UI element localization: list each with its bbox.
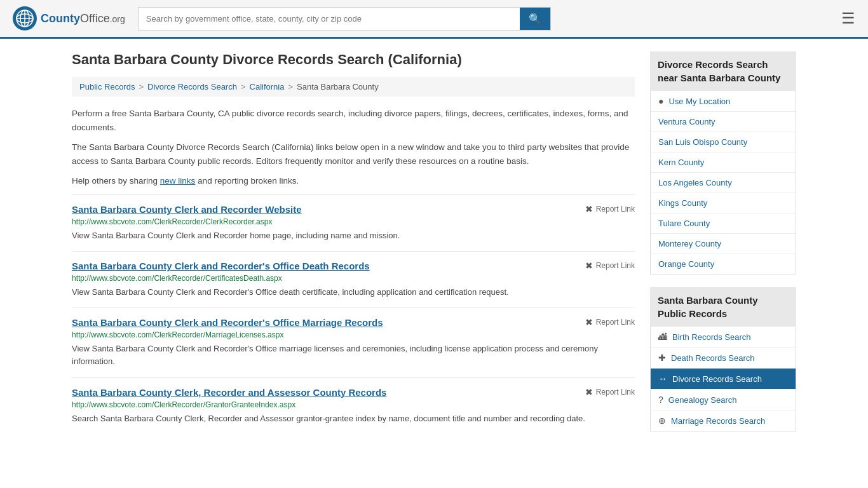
logo-icon [13, 6, 37, 30]
use-my-location-link[interactable]: Use My Location [668, 97, 730, 106]
genealogy-link[interactable]: Genealogy Search [668, 395, 737, 405]
result-item-4: Santa Barbara County Clerk, Recorder and… [72, 377, 635, 434]
menu-button[interactable]: ☰ [841, 10, 855, 27]
san-luis-obispo-link[interactable]: San Luis Obispo County [658, 137, 747, 147]
marriage-records-link[interactable]: Marriage Records Search [671, 416, 765, 426]
nearby-section: Divorce Records Search near Santa Barbar… [650, 51, 796, 274]
site-header: CountyOffice.org 🔍 ☰ [0, 0, 868, 39]
intro-paragraph-3: Help others by sharing new links and rep… [72, 174, 635, 188]
sidebar-genealogy[interactable]: ? Genealogy Search [651, 390, 796, 410]
birth-records-link[interactable]: Birth Records Search [672, 332, 751, 342]
divorce-records-icon: ↔ [658, 374, 667, 384]
report-label-2: Report Link [596, 261, 635, 270]
public-records-section: Santa Barbara County Public Records 🏙 Bi… [650, 287, 796, 431]
los-angeles-link[interactable]: Los Angeles County [658, 178, 732, 187]
breadcrumb-sep-2: > [241, 82, 246, 92]
sidebar-nearby-monterey[interactable]: Monterey County [651, 234, 796, 254]
breadcrumb-current: Santa Barbara County [297, 82, 379, 92]
breadcrumb-public-records[interactable]: Public Records [79, 82, 135, 92]
divorce-records-link[interactable]: Divorce Records Search [672, 374, 762, 384]
public-records-title: Santa Barbara County Public Records [650, 287, 796, 327]
report-icon-1: ✖ [585, 204, 593, 214]
result-url-2[interactable]: http://www.sbcvote.com/ClerkRecorder/Cer… [72, 274, 635, 283]
kern-county-link[interactable]: Kern County [658, 158, 704, 167]
sidebar-nearby-ventura[interactable]: Ventura County [651, 112, 796, 132]
sidebar-marriage-records[interactable]: ⊕ Marriage Records Search [651, 410, 796, 431]
breadcrumb-divorce-records[interactable]: Divorce Records Search [147, 82, 237, 92]
birth-records-icon: 🏙 [658, 332, 667, 342]
sidebar-nearby-kern[interactable]: Kern County [651, 152, 796, 173]
intro-suffix: and reporting broken links. [195, 176, 299, 186]
report-icon-4: ✖ [585, 387, 593, 397]
search-button[interactable]: 🔍 [520, 8, 550, 30]
sidebar-nearby-kings[interactable]: Kings County [651, 193, 796, 214]
death-records-link[interactable]: Death Records Search [671, 353, 755, 363]
kings-county-link[interactable]: Kings County [658, 198, 707, 208]
sidebar-divorce-records[interactable]: ↔ Divorce Records Search [651, 369, 796, 390]
sidebar-nearby-tulare[interactable]: Tulare County [651, 214, 796, 234]
breadcrumb-california[interactable]: California [250, 82, 285, 92]
result-title-1[interactable]: Santa Barbara County Clerk and Recorder … [72, 204, 302, 215]
content-area: Santa Barbara County Divorce Records Sea… [72, 51, 635, 444]
intro-prefix: Help others by sharing [72, 176, 160, 186]
report-label-1: Report Link [596, 205, 635, 214]
result-desc-1: View Santa Barbara County Clerk and Reco… [72, 229, 635, 242]
result-item-2: Santa Barbara County Clerk and Recorder'… [72, 251, 635, 308]
orange-county-link[interactable]: Orange County [658, 259, 714, 269]
report-icon-2: ✖ [585, 261, 593, 271]
result-desc-3: View Santa Barbara County Clerk and Reco… [72, 342, 635, 368]
monterey-county-link[interactable]: Monterey County [658, 239, 721, 248]
death-records-icon: ✚ [658, 353, 666, 363]
logo-text: CountyOffice.org [41, 12, 125, 25]
logo[interactable]: CountyOffice.org [13, 6, 125, 30]
page-title: Santa Barbara County Divorce Records Sea… [72, 51, 635, 68]
intro-paragraph-2: The Santa Barbara County Divorce Records… [72, 140, 635, 168]
report-icon-3: ✖ [585, 317, 593, 327]
breadcrumb-sep-1: > [139, 82, 144, 92]
new-links-link[interactable]: new links [160, 176, 196, 186]
result-title-4[interactable]: Santa Barbara County Clerk, Recorder and… [72, 387, 386, 398]
ventura-county-link[interactable]: Ventura County [658, 117, 715, 126]
sidebar-death-records[interactable]: ✚ Death Records Search [651, 348, 796, 369]
result-title-2[interactable]: Santa Barbara County Clerk and Recorder'… [72, 261, 370, 271]
tulare-county-link[interactable]: Tulare County [658, 219, 710, 228]
breadcrumb-sep-3: > [288, 82, 293, 92]
result-url-4[interactable]: http://www.sbcvote.com/ClerkRecorder/Gra… [72, 400, 635, 409]
results-list: Santa Barbara County Clerk and Recorder … [72, 194, 635, 434]
main-container: Santa Barbara County Divorce Records Sea… [59, 39, 809, 457]
genealogy-icon: ? [658, 395, 663, 405]
result-desc-2: View Santa Barbara County Clerk and Reco… [72, 286, 635, 299]
report-link-2[interactable]: ✖ Report Link [585, 261, 635, 271]
result-title-3[interactable]: Santa Barbara County Clerk and Recorder'… [72, 317, 383, 328]
intro-paragraph-1: Perform a free Santa Barbara County, CA … [72, 107, 635, 134]
sidebar-birth-records[interactable]: 🏙 Birth Records Search [651, 327, 796, 348]
result-item-3: Santa Barbara County Clerk and Recorder'… [72, 308, 635, 377]
result-item-1: Santa Barbara County Clerk and Recorder … [72, 194, 635, 251]
report-link-1[interactable]: ✖ Report Link [585, 204, 635, 214]
result-url-1[interactable]: http://www.sbcvote.com/ClerkRecorder/Cle… [72, 217, 635, 226]
marriage-records-icon: ⊕ [658, 416, 666, 426]
sidebar-nearby-orange[interactable]: Orange County [651, 254, 796, 274]
public-records-list: 🏙 Birth Records Search ✚ Death Records S… [650, 327, 796, 431]
search-bar: 🔍 [138, 7, 551, 30]
report-link-4[interactable]: ✖ Report Link [585, 387, 635, 397]
nearby-list: ● Use My Location Ventura County San Lui… [650, 91, 796, 274]
report-label-4: Report Link [596, 388, 635, 396]
location-icon: ● [658, 96, 663, 106]
sidebar-nearby-los-angeles[interactable]: Los Angeles County [651, 173, 796, 193]
breadcrumb: Public Records > Divorce Records Search … [72, 77, 635, 97]
result-url-3[interactable]: http://www.sbcvote.com/ClerkRecorder/Mar… [72, 330, 635, 339]
nearby-title: Divorce Records Search near Santa Barbar… [650, 51, 796, 91]
sidebar-nearby-san-luis-obispo[interactable]: San Luis Obispo County [651, 132, 796, 152]
report-label-3: Report Link [596, 318, 635, 327]
use-my-location-item[interactable]: ● Use My Location [651, 91, 796, 112]
sidebar: Divorce Records Search near Santa Barbar… [650, 51, 796, 444]
result-desc-4: Search Santa Barbara County Clerk, Recor… [72, 412, 635, 425]
search-input[interactable] [139, 9, 520, 29]
report-link-3[interactable]: ✖ Report Link [585, 317, 635, 327]
